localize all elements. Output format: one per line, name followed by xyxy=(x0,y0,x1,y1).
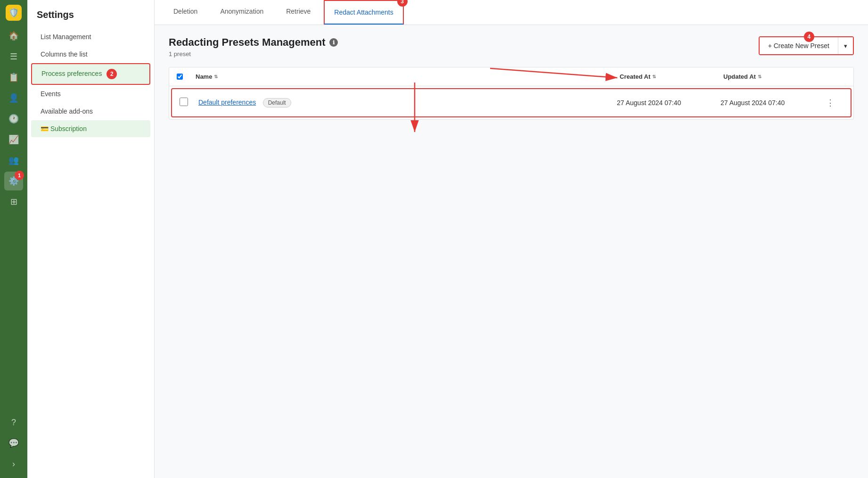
app-logo: 🛡️ xyxy=(6,5,22,21)
sidebar-title: Settings xyxy=(27,9,154,28)
nav-expand[interactable]: › xyxy=(4,454,23,473)
sidebar-item-addons[interactable]: Available add-ons xyxy=(31,103,150,120)
main-content: Deletion Anonymization Retrieve Redact A… xyxy=(155,0,868,478)
page-header: Redacting Presets Management ℹ 1 preset … xyxy=(169,36,854,58)
nav-home[interactable]: 🏠 xyxy=(4,26,23,45)
row-updated-at: 27 August 2024 07:40 xyxy=(721,99,824,107)
sidebar-item-process-preferences[interactable]: Process preferences 2 xyxy=(31,63,150,85)
nav-people[interactable]: 👥 xyxy=(4,151,23,170)
step-badge-2: 2 xyxy=(106,69,117,79)
tab-anonymization[interactable]: Anonymization xyxy=(211,0,273,25)
nav-grid[interactable]: ⊞ xyxy=(4,192,23,211)
nav-settings[interactable]: ⚙️ 1 xyxy=(4,172,23,190)
nav-clock[interactable]: 🕐 xyxy=(4,109,23,128)
row-name-cell: Default preferences Default xyxy=(198,98,617,107)
header-actions xyxy=(827,73,846,80)
step-badge-3: 3 xyxy=(397,0,408,7)
sidebar-item-subscription[interactable]: 💳 Subscription xyxy=(31,120,150,137)
tab-bar: Deletion Anonymization Retrieve Redact A… xyxy=(155,0,868,25)
create-preset-dropdown-button[interactable]: ▾ xyxy=(838,37,853,54)
create-preset-button[interactable]: + Create New Preset xyxy=(760,37,838,54)
step-badge-4: 4 xyxy=(804,32,814,42)
select-all-checkbox[interactable] xyxy=(177,74,183,80)
tab-redact-attachments[interactable]: Redact Attachments 3 xyxy=(324,0,403,25)
nav-chart[interactable]: 📈 xyxy=(4,130,23,149)
sidebar-item-columns[interactable]: Columns the list xyxy=(31,46,150,63)
nav-billing[interactable]: 📋 xyxy=(4,68,23,87)
header-updated-at[interactable]: Updated At ⇅ xyxy=(723,73,827,80)
nav-help[interactable]: ? xyxy=(4,413,23,432)
name-sort-icon: ⇅ xyxy=(214,74,218,79)
header-created-at[interactable]: Created At ⇅ xyxy=(620,73,723,80)
sidebar: Settings List Management Columns the lis… xyxy=(27,0,155,478)
row-checkbox[interactable] xyxy=(180,98,188,106)
content-area: Redacting Presets Management ℹ 1 preset … xyxy=(155,25,868,478)
sidebar-item-events[interactable]: Events xyxy=(31,85,150,102)
nav-users[interactable]: 👤 xyxy=(4,89,23,107)
presets-table: Name ⇅ Created At ⇅ Updated At ⇅ xyxy=(169,67,854,120)
page-title: Redacting Presets Management ℹ xyxy=(169,36,338,49)
default-badge: Default xyxy=(263,98,291,107)
info-icon[interactable]: ℹ xyxy=(329,38,338,47)
sidebar-item-list-management[interactable]: List Management xyxy=(31,28,150,45)
row-actions-cell: ⋮ xyxy=(824,96,843,110)
created-at-sort-icon: ⇅ xyxy=(652,74,656,79)
header-name[interactable]: Name ⇅ xyxy=(196,73,620,80)
header-checkbox xyxy=(177,73,196,80)
table-row: Default preferences Default 27 August 20… xyxy=(171,88,852,117)
create-preset-btn-group: 4 + Create New Preset ▾ xyxy=(759,36,854,55)
tab-deletion[interactable]: Deletion xyxy=(164,0,207,25)
updated-at-sort-icon: ⇅ xyxy=(758,74,762,79)
preset-count: 1 preset xyxy=(169,50,338,58)
settings-badge: 1 xyxy=(15,171,24,180)
tab-retrieve[interactable]: Retrieve xyxy=(277,0,320,25)
credit-card-icon: 💳 xyxy=(41,125,49,132)
nav-list[interactable]: ☰ xyxy=(4,47,23,66)
page-title-section: Redacting Presets Management ℹ 1 preset xyxy=(169,36,338,58)
nav-chat[interactable]: 💬 xyxy=(4,434,23,453)
icon-nav: 🛡️ 🏠 ☰ 📋 👤 🕐 📈 👥 ⚙️ 1 ⊞ ? 💬 › xyxy=(0,0,27,478)
row-checkbox-cell xyxy=(180,98,198,108)
row-name-link[interactable]: Default preferences xyxy=(198,99,256,106)
table-header: Name ⇅ Created At ⇅ Updated At ⇅ xyxy=(169,67,853,86)
row-created-at: 27 August 2024 07:40 xyxy=(617,99,721,107)
row-more-button[interactable]: ⋮ xyxy=(824,96,836,110)
logo-icon: 🛡️ xyxy=(8,8,19,18)
